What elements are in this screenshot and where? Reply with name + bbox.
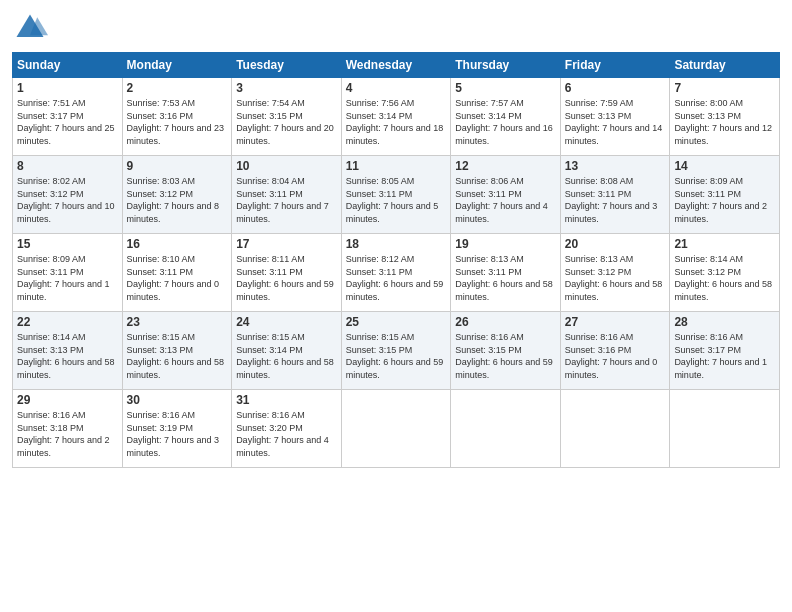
day-number: 8 bbox=[17, 159, 118, 173]
calendar-week-3: 15 Sunrise: 8:09 AMSunset: 3:11 PMDaylig… bbox=[13, 234, 780, 312]
day-number: 20 bbox=[565, 237, 666, 251]
header bbox=[12, 10, 780, 46]
cell-info: Sunrise: 8:15 AMSunset: 3:15 PMDaylight:… bbox=[346, 332, 444, 380]
calendar-cell: 5 Sunrise: 7:57 AMSunset: 3:14 PMDayligh… bbox=[451, 78, 561, 156]
day-number: 17 bbox=[236, 237, 337, 251]
calendar-cell: 22 Sunrise: 8:14 AMSunset: 3:13 PMDaylig… bbox=[13, 312, 123, 390]
calendar-cell bbox=[341, 390, 451, 468]
cell-info: Sunrise: 7:51 AMSunset: 3:17 PMDaylight:… bbox=[17, 98, 115, 146]
calendar-cell: 13 Sunrise: 8:08 AMSunset: 3:11 PMDaylig… bbox=[560, 156, 670, 234]
cell-info: Sunrise: 8:15 AMSunset: 3:14 PMDaylight:… bbox=[236, 332, 334, 380]
day-number: 21 bbox=[674, 237, 775, 251]
day-number: 6 bbox=[565, 81, 666, 95]
calendar-cell: 6 Sunrise: 7:59 AMSunset: 3:13 PMDayligh… bbox=[560, 78, 670, 156]
calendar-cell: 17 Sunrise: 8:11 AMSunset: 3:11 PMDaylig… bbox=[232, 234, 342, 312]
cell-info: Sunrise: 8:13 AMSunset: 3:12 PMDaylight:… bbox=[565, 254, 663, 302]
calendar-cell: 14 Sunrise: 8:09 AMSunset: 3:11 PMDaylig… bbox=[670, 156, 780, 234]
calendar-cell: 15 Sunrise: 8:09 AMSunset: 3:11 PMDaylig… bbox=[13, 234, 123, 312]
cell-info: Sunrise: 8:16 AMSunset: 3:19 PMDaylight:… bbox=[127, 410, 220, 458]
calendar-cell: 29 Sunrise: 8:16 AMSunset: 3:18 PMDaylig… bbox=[13, 390, 123, 468]
day-number: 10 bbox=[236, 159, 337, 173]
logo-icon bbox=[12, 10, 48, 46]
cell-info: Sunrise: 8:11 AMSunset: 3:11 PMDaylight:… bbox=[236, 254, 334, 302]
cell-info: Sunrise: 8:15 AMSunset: 3:13 PMDaylight:… bbox=[127, 332, 225, 380]
col-wednesday: Wednesday bbox=[341, 53, 451, 78]
day-number: 11 bbox=[346, 159, 447, 173]
day-number: 27 bbox=[565, 315, 666, 329]
cell-info: Sunrise: 7:59 AMSunset: 3:13 PMDaylight:… bbox=[565, 98, 663, 146]
day-number: 12 bbox=[455, 159, 556, 173]
cell-info: Sunrise: 8:12 AMSunset: 3:11 PMDaylight:… bbox=[346, 254, 444, 302]
calendar-cell: 27 Sunrise: 8:16 AMSunset: 3:16 PMDaylig… bbox=[560, 312, 670, 390]
cell-info: Sunrise: 7:54 AMSunset: 3:15 PMDaylight:… bbox=[236, 98, 334, 146]
day-number: 23 bbox=[127, 315, 228, 329]
cell-info: Sunrise: 8:16 AMSunset: 3:20 PMDaylight:… bbox=[236, 410, 329, 458]
calendar-cell: 20 Sunrise: 8:13 AMSunset: 3:12 PMDaylig… bbox=[560, 234, 670, 312]
calendar-week-4: 22 Sunrise: 8:14 AMSunset: 3:13 PMDaylig… bbox=[13, 312, 780, 390]
cell-info: Sunrise: 7:56 AMSunset: 3:14 PMDaylight:… bbox=[346, 98, 444, 146]
cell-info: Sunrise: 8:09 AMSunset: 3:11 PMDaylight:… bbox=[17, 254, 110, 302]
cell-info: Sunrise: 8:05 AMSunset: 3:11 PMDaylight:… bbox=[346, 176, 439, 224]
cell-info: Sunrise: 8:16 AMSunset: 3:18 PMDaylight:… bbox=[17, 410, 110, 458]
main-container: Sunday Monday Tuesday Wednesday Thursday… bbox=[0, 0, 792, 478]
day-number: 13 bbox=[565, 159, 666, 173]
calendar-cell: 10 Sunrise: 8:04 AMSunset: 3:11 PMDaylig… bbox=[232, 156, 342, 234]
day-number: 19 bbox=[455, 237, 556, 251]
calendar-cell: 16 Sunrise: 8:10 AMSunset: 3:11 PMDaylig… bbox=[122, 234, 232, 312]
day-number: 4 bbox=[346, 81, 447, 95]
day-number: 30 bbox=[127, 393, 228, 407]
calendar-cell: 23 Sunrise: 8:15 AMSunset: 3:13 PMDaylig… bbox=[122, 312, 232, 390]
calendar-week-5: 29 Sunrise: 8:16 AMSunset: 3:18 PMDaylig… bbox=[13, 390, 780, 468]
cell-info: Sunrise: 8:14 AMSunset: 3:13 PMDaylight:… bbox=[17, 332, 115, 380]
cell-info: Sunrise: 8:08 AMSunset: 3:11 PMDaylight:… bbox=[565, 176, 658, 224]
day-number: 5 bbox=[455, 81, 556, 95]
calendar-cell: 31 Sunrise: 8:16 AMSunset: 3:20 PMDaylig… bbox=[232, 390, 342, 468]
calendar-cell bbox=[560, 390, 670, 468]
calendar-cell: 30 Sunrise: 8:16 AMSunset: 3:19 PMDaylig… bbox=[122, 390, 232, 468]
col-friday: Friday bbox=[560, 53, 670, 78]
cell-info: Sunrise: 8:16 AMSunset: 3:16 PMDaylight:… bbox=[565, 332, 658, 380]
cell-info: Sunrise: 7:57 AMSunset: 3:14 PMDaylight:… bbox=[455, 98, 553, 146]
col-saturday: Saturday bbox=[670, 53, 780, 78]
calendar-cell: 21 Sunrise: 8:14 AMSunset: 3:12 PMDaylig… bbox=[670, 234, 780, 312]
calendar-week-2: 8 Sunrise: 8:02 AMSunset: 3:12 PMDayligh… bbox=[13, 156, 780, 234]
col-monday: Monday bbox=[122, 53, 232, 78]
cell-info: Sunrise: 7:53 AMSunset: 3:16 PMDaylight:… bbox=[127, 98, 225, 146]
day-number: 14 bbox=[674, 159, 775, 173]
day-number: 1 bbox=[17, 81, 118, 95]
calendar-cell bbox=[670, 390, 780, 468]
day-number: 24 bbox=[236, 315, 337, 329]
day-number: 3 bbox=[236, 81, 337, 95]
day-number: 18 bbox=[346, 237, 447, 251]
day-number: 22 bbox=[17, 315, 118, 329]
cell-info: Sunrise: 8:14 AMSunset: 3:12 PMDaylight:… bbox=[674, 254, 772, 302]
cell-info: Sunrise: 8:16 AMSunset: 3:17 PMDaylight:… bbox=[674, 332, 767, 380]
day-number: 25 bbox=[346, 315, 447, 329]
calendar-cell: 12 Sunrise: 8:06 AMSunset: 3:11 PMDaylig… bbox=[451, 156, 561, 234]
cell-info: Sunrise: 8:13 AMSunset: 3:11 PMDaylight:… bbox=[455, 254, 553, 302]
calendar-cell: 25 Sunrise: 8:15 AMSunset: 3:15 PMDaylig… bbox=[341, 312, 451, 390]
cell-info: Sunrise: 8:10 AMSunset: 3:11 PMDaylight:… bbox=[127, 254, 220, 302]
day-number: 16 bbox=[127, 237, 228, 251]
day-number: 9 bbox=[127, 159, 228, 173]
calendar-cell: 9 Sunrise: 8:03 AMSunset: 3:12 PMDayligh… bbox=[122, 156, 232, 234]
col-tuesday: Tuesday bbox=[232, 53, 342, 78]
cell-info: Sunrise: 8:16 AMSunset: 3:15 PMDaylight:… bbox=[455, 332, 553, 380]
calendar-cell: 26 Sunrise: 8:16 AMSunset: 3:15 PMDaylig… bbox=[451, 312, 561, 390]
calendar-cell: 3 Sunrise: 7:54 AMSunset: 3:15 PMDayligh… bbox=[232, 78, 342, 156]
calendar-cell: 1 Sunrise: 7:51 AMSunset: 3:17 PMDayligh… bbox=[13, 78, 123, 156]
calendar-cell: 24 Sunrise: 8:15 AMSunset: 3:14 PMDaylig… bbox=[232, 312, 342, 390]
day-number: 31 bbox=[236, 393, 337, 407]
cell-info: Sunrise: 8:09 AMSunset: 3:11 PMDaylight:… bbox=[674, 176, 767, 224]
day-number: 26 bbox=[455, 315, 556, 329]
calendar-cell: 4 Sunrise: 7:56 AMSunset: 3:14 PMDayligh… bbox=[341, 78, 451, 156]
cell-info: Sunrise: 8:02 AMSunset: 3:12 PMDaylight:… bbox=[17, 176, 115, 224]
logo bbox=[12, 10, 52, 46]
calendar-cell: 18 Sunrise: 8:12 AMSunset: 3:11 PMDaylig… bbox=[341, 234, 451, 312]
day-number: 28 bbox=[674, 315, 775, 329]
cell-info: Sunrise: 8:03 AMSunset: 3:12 PMDaylight:… bbox=[127, 176, 220, 224]
calendar-cell: 11 Sunrise: 8:05 AMSunset: 3:11 PMDaylig… bbox=[341, 156, 451, 234]
col-thursday: Thursday bbox=[451, 53, 561, 78]
cell-info: Sunrise: 8:04 AMSunset: 3:11 PMDaylight:… bbox=[236, 176, 329, 224]
calendar-cell: 19 Sunrise: 8:13 AMSunset: 3:11 PMDaylig… bbox=[451, 234, 561, 312]
